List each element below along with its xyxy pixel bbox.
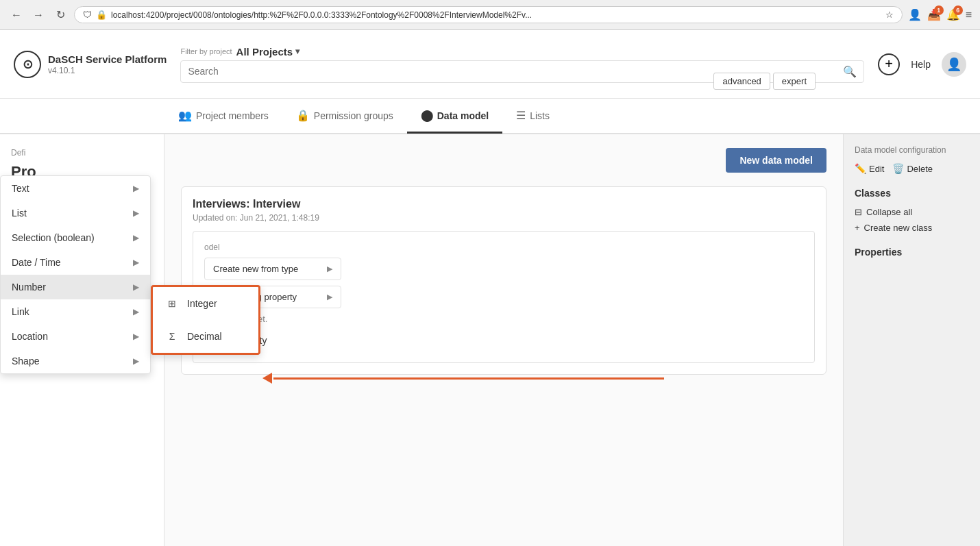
security-icon: 🛡 xyxy=(83,10,92,20)
tab-permission-groups-label: Permission groups xyxy=(314,110,393,121)
menu-item-text[interactable]: Text ▶ xyxy=(1,176,150,201)
tab-permission-groups[interactable]: 🔒 Permission groups xyxy=(282,99,407,134)
menu-item-location[interactable]: Location ▶ xyxy=(1,324,150,349)
filter-label: Filter by project xyxy=(180,47,232,55)
avatar[interactable]: 👤 xyxy=(942,52,966,77)
expert-mode-button[interactable]: expert xyxy=(773,73,816,90)
content-header: New data model xyxy=(181,148,826,173)
decimal-icon: Σ xyxy=(164,328,180,345)
card-subtitle: Updated on: Jun 21, 2021, 1:48:19 xyxy=(193,213,815,223)
add-property-button[interactable]: + Add property xyxy=(204,330,803,351)
sub-menu-item-decimal[interactable]: Σ Decimal xyxy=(153,320,258,353)
tab-lists[interactable]: ☰ Lists xyxy=(502,99,563,134)
menu-item-list[interactable]: List ▶ xyxy=(1,201,150,225)
menu-chevron-icon-7: ▶ xyxy=(133,332,139,341)
new-data-model-button[interactable]: New data model xyxy=(726,148,826,173)
add-existing-chevron-icon: ▶ xyxy=(327,293,332,301)
back-button[interactable]: ← xyxy=(8,7,25,23)
data-card: Interviews: Interview Updated on: Jun 21… xyxy=(181,186,826,375)
menu-chevron-icon: ▶ xyxy=(133,184,139,193)
action-buttons: Create new from type ▶ Add existing prop… xyxy=(204,258,803,308)
url-text: localhost:4200/project/0008/ontologies/h… xyxy=(111,10,881,20)
card-content: odel Create new from type ▶ Add existing… xyxy=(193,231,815,363)
project-name: All Projects xyxy=(236,46,293,58)
logo-area: ⊙ DaSCH Service Platform v4.10.1 xyxy=(14,51,167,78)
extensions-area: 👤 xyxy=(908,8,922,21)
reload-button[interactable]: ↻ xyxy=(52,7,69,23)
menu-item-datetime[interactable]: Date / Time ▶ xyxy=(1,250,150,275)
content-area: New data model Interviews: Interview Upd… xyxy=(164,134,843,546)
data-model-config-label: Data model configuration xyxy=(855,145,969,155)
tab-lists-label: Lists xyxy=(530,110,550,121)
collapse-all-button[interactable]: ⊟ Collapse all xyxy=(855,207,969,217)
integer-label: Integer xyxy=(187,298,217,309)
delete-label: Delete xyxy=(907,164,933,174)
properties-title: Properties xyxy=(855,247,969,258)
classes-title: Classes xyxy=(855,188,969,199)
search-icon: 🔍 xyxy=(843,65,857,78)
delete-button[interactable]: 🗑️ Delete xyxy=(892,163,933,174)
classes-section: Classes ⊟ Collapse all + Create new clas… xyxy=(855,188,969,233)
tab-data-model-label: Data model xyxy=(437,110,489,121)
menu-item-selection[interactable]: Selection (boolean) ▶ xyxy=(1,225,150,250)
create-new-chevron-icon: ▶ xyxy=(327,264,332,273)
sub-menu-item-integer[interactable]: ⊞ Integer xyxy=(153,287,258,320)
create-new-from-type-button[interactable]: Create new from type ▶ xyxy=(204,258,341,280)
create-class-label: Create new class xyxy=(864,223,933,233)
advanced-mode-button[interactable]: advanced xyxy=(713,73,770,90)
badge-2: 🔔 6 xyxy=(946,8,960,21)
menu-item-shape[interactable]: Shape ▶ xyxy=(1,349,150,373)
forward-button[interactable]: → xyxy=(30,7,47,23)
left-panel: Defi Pro Text ▶ List ▶ Selection (boolea… xyxy=(0,134,164,546)
app-header: ⊙ DaSCH Service Platform v4.10.1 Filter … xyxy=(0,30,980,99)
project-members-icon: 👥 xyxy=(178,109,192,122)
arrow-shaft xyxy=(273,377,664,380)
create-new-label: Create new from type xyxy=(213,264,298,274)
menu-chevron-icon-3: ▶ xyxy=(133,233,139,243)
lock-icon: 🔒 xyxy=(96,10,107,20)
collapse-all-label: Collapse all xyxy=(866,207,912,217)
tab-project-members[interactable]: 👥 Project members xyxy=(164,99,282,134)
app-name: DaSCH Service Platform xyxy=(48,53,167,66)
data-model-icon: ⬤ xyxy=(421,109,433,122)
delete-icon: 🗑️ xyxy=(892,163,904,174)
menu-item-datetime-label: Date / Time xyxy=(12,257,61,268)
main-layout: Defi Pro Text ▶ List ▶ Selection (boolea… xyxy=(0,134,980,546)
bookmark-icon[interactable]: ☆ xyxy=(885,10,894,20)
right-panel-actions: ✏️ Edit 🗑️ Delete xyxy=(855,163,969,174)
card-inner-label: odel xyxy=(204,243,803,252)
dropdown-menu: Text ▶ List ▶ Selection (boolean) ▶ Date… xyxy=(0,175,151,374)
menu-button[interactable]: ≡ xyxy=(966,9,972,21)
tab-project-members-label: Project members xyxy=(196,110,269,121)
tabs-bar: 👥 Project members 🔒 Permission groups ⬤ … xyxy=(0,99,980,134)
profile-icon[interactable]: 👤 xyxy=(908,8,922,21)
menu-chevron-icon-8: ▶ xyxy=(133,356,139,366)
url-bar[interactable]: 🛡 🔒 localhost:4200/project/0008/ontologi… xyxy=(74,6,903,23)
create-new-class-button[interactable]: + Create new class xyxy=(855,223,969,233)
menu-item-text-label: Text xyxy=(12,183,29,194)
add-button[interactable]: + xyxy=(878,53,900,75)
menu-item-list-label: List xyxy=(12,208,27,219)
menu-chevron-icon-2: ▶ xyxy=(133,208,139,218)
menu-item-location-label: Location xyxy=(12,331,48,342)
project-select[interactable]: All Projects ▾ xyxy=(236,46,300,58)
filter-by-project: Filter by project All Projects ▾ xyxy=(180,46,864,58)
help-button[interactable]: Help xyxy=(911,59,931,70)
edit-icon: ✏️ xyxy=(855,163,866,174)
menu-item-number-label: Number xyxy=(12,282,46,293)
menu-item-selection-label: Selection (boolean) xyxy=(12,232,95,243)
sub-menu-number: ⊞ Integer Σ Decimal xyxy=(151,285,260,355)
arrow-indicator xyxy=(262,373,664,384)
tab-data-model[interactable]: ⬤ Data model xyxy=(407,99,502,134)
properties-section: Properties xyxy=(855,247,969,258)
empty-message: to this class yet. xyxy=(204,308,803,330)
right-panel: Data model configuration ✏️ Edit 🗑️ Dele… xyxy=(843,134,980,546)
browser-actions: 👤 📥 1 🔔 6 ≡ xyxy=(908,8,972,21)
menu-item-link[interactable]: Link ▶ xyxy=(1,299,150,324)
menu-chevron-icon-5: ▶ xyxy=(133,282,139,292)
arrow-head xyxy=(262,373,272,384)
edit-button[interactable]: ✏️ Edit xyxy=(855,163,884,174)
menu-item-number[interactable]: Number ▶ xyxy=(1,275,150,299)
edit-label: Edit xyxy=(869,164,884,174)
menu-item-link-label: Link xyxy=(12,306,29,317)
